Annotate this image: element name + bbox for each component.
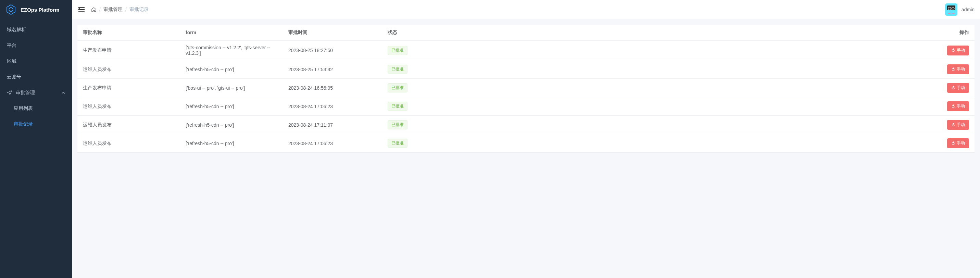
refresh-icon — [951, 141, 955, 146]
svg-point-4 — [12, 10, 13, 11]
svg-point-3 — [12, 8, 13, 9]
refresh-icon — [951, 86, 955, 90]
status-badge: 已批准 — [388, 65, 407, 74]
sidebar-group-label: 审批管理 — [16, 90, 62, 96]
table-row: 运维人员发布 ['refresh-h5-cdn -- pro'] 2023-08… — [77, 60, 975, 79]
brand-logo-icon — [5, 4, 16, 15]
cell-form: ['refresh-h5-cdn -- pro'] — [180, 134, 283, 153]
svg-point-5 — [11, 11, 12, 12]
cell-form: ['bos-ui -- pro', 'gts-ui -- pro'] — [180, 79, 283, 97]
refresh-icon — [951, 48, 955, 52]
breadcrumb: / 审批管理 / 审批记录 — [91, 6, 149, 13]
content: 审批名称 form 审批时间 状态 操作 生产发布申请 ['gts-commis… — [72, 19, 980, 278]
cell-action: 手动 — [499, 79, 975, 97]
cell-name: 运维人员发布 — [77, 134, 180, 153]
cell-status: 已批准 — [382, 134, 499, 153]
cell-status: 已批准 — [382, 79, 499, 97]
status-badge: 已批准 — [388, 120, 407, 129]
status-badge: 已批准 — [388, 139, 407, 148]
cell-status: 已批准 — [382, 116, 499, 134]
svg-marker-0 — [7, 5, 15, 14]
refresh-icon — [951, 67, 955, 71]
table-row: 运维人员发布 ['refresh-h5-cdn -- pro'] 2023-08… — [77, 97, 975, 116]
button-label: 手动 — [957, 103, 965, 109]
sidebar-item-approval-records[interactable]: 审批记录 — [0, 116, 72, 132]
sidebar-group-approval[interactable]: 审批管理 — [0, 85, 72, 101]
manual-button[interactable]: 手动 — [947, 83, 969, 93]
breadcrumb-separator: / — [125, 7, 127, 12]
cell-form: ['refresh-h5-cdn -- pro'] — [180, 60, 283, 79]
cell-name: 运维人员发布 — [77, 116, 180, 134]
sidebar-item-label: 应用列表 — [14, 105, 33, 111]
sidebar-item-region[interactable]: 区域 — [0, 53, 72, 69]
sidebar-item-cloud-account[interactable]: 云账号 — [0, 69, 72, 85]
table-row: 运维人员发布 ['refresh-h5-cdn -- pro'] 2023-08… — [77, 116, 975, 134]
sidebar-item-label: 云账号 — [7, 74, 21, 80]
cell-action: 手动 — [499, 134, 975, 153]
home-icon — [91, 7, 97, 12]
sidebar-item-dns[interactable]: 域名解析 — [0, 22, 72, 38]
sidebar-item-label: 审批记录 — [14, 121, 33, 127]
chevron-up-icon — [62, 92, 65, 94]
status-badge: 已批准 — [388, 83, 407, 92]
header: / 审批管理 / 审批记录 admin — [72, 0, 980, 19]
breadcrumb-item[interactable]: 审批管理 — [103, 6, 123, 13]
cell-name: 运维人员发布 — [77, 97, 180, 116]
cell-time: 2023-08-24 17:11:07 — [283, 116, 382, 134]
cell-name: 生产发布申请 — [77, 79, 180, 97]
sidebar-item-platform[interactable]: 平台 — [0, 38, 72, 53]
button-label: 手动 — [957, 67, 965, 72]
username[interactable]: admin — [961, 7, 975, 12]
table-header-action: 操作 — [499, 25, 975, 41]
cell-action: 手动 — [499, 60, 975, 79]
brand-name: EZOps Platform — [21, 7, 59, 13]
cell-action: 手动 — [499, 116, 975, 134]
cell-time: 2023-08-24 16:56:05 — [283, 79, 382, 97]
manual-button[interactable]: 手动 — [947, 64, 969, 74]
approval-table: 审批名称 form 审批时间 状态 操作 生产发布申请 ['gts-commis… — [77, 25, 975, 153]
sidebar-item-label: 平台 — [7, 43, 16, 49]
button-label: 手动 — [957, 122, 965, 128]
sidebar-item-app-list[interactable]: 应用列表 — [0, 101, 72, 116]
svg-point-7 — [9, 8, 10, 9]
cell-name: 运维人员发布 — [77, 60, 180, 79]
cell-time: 2023-08-25 17:53:32 — [283, 60, 382, 79]
cell-time: 2023-08-24 17:06:23 — [283, 97, 382, 116]
svg-point-2 — [11, 7, 12, 8]
breadcrumb-item-current: 审批记录 — [129, 6, 149, 13]
manual-button[interactable]: 手动 — [947, 138, 969, 148]
table-header-row: 审批名称 form 审批时间 状态 操作 — [77, 25, 975, 41]
brand[interactable]: EZOps Platform — [0, 0, 72, 19]
status-badge: 已批准 — [388, 102, 407, 111]
hamburger-icon[interactable] — [77, 5, 86, 14]
button-label: 手动 — [957, 140, 965, 146]
table-row: 运维人员发布 ['refresh-h5-cdn -- pro'] 2023-08… — [77, 134, 975, 153]
table-header-status: 状态 — [382, 25, 499, 41]
cell-action: 手动 — [499, 41, 975, 60]
paper-plane-icon — [7, 90, 12, 95]
table-header-time: 审批时间 — [283, 25, 382, 41]
status-badge: 已批准 — [388, 46, 407, 55]
cell-status: 已批准 — [382, 41, 499, 60]
sidebar-menu: 域名解析 平台 区域 云账号 审批管理 应用列表 审批记录 — [0, 19, 72, 132]
cell-form: ['refresh-h5-cdn -- pro'] — [180, 97, 283, 116]
sidebar-item-label: 域名解析 — [7, 27, 26, 33]
table-header-form: form — [180, 25, 283, 41]
manual-button[interactable]: 手动 — [947, 120, 969, 130]
table-row: 生产发布申请 ['gts-commission -- v1.2.2', 'gts… — [77, 41, 975, 60]
refresh-icon — [951, 123, 955, 127]
button-label: 手动 — [957, 48, 965, 53]
breadcrumb-home[interactable] — [91, 7, 97, 12]
cell-time: 2023-08-24 17:06:23 — [283, 134, 382, 153]
sidebar: EZOps Platform 域名解析 平台 区域 云账号 审批管理 应用列表 … — [0, 0, 72, 278]
refresh-icon — [951, 105, 955, 108]
cell-action: 手动 — [499, 97, 975, 116]
table-row: 生产发布申请 ['bos-ui -- pro', 'gts-ui -- pro'… — [77, 79, 975, 97]
table-header-name: 审批名称 — [77, 25, 180, 41]
cell-status: 已批准 — [382, 60, 499, 79]
sidebar-item-label: 区域 — [7, 58, 16, 64]
manual-button[interactable]: 手动 — [947, 46, 969, 56]
avatar[interactable] — [945, 3, 958, 16]
manual-button[interactable]: 手动 — [947, 101, 969, 111]
button-label: 手动 — [957, 85, 965, 91]
